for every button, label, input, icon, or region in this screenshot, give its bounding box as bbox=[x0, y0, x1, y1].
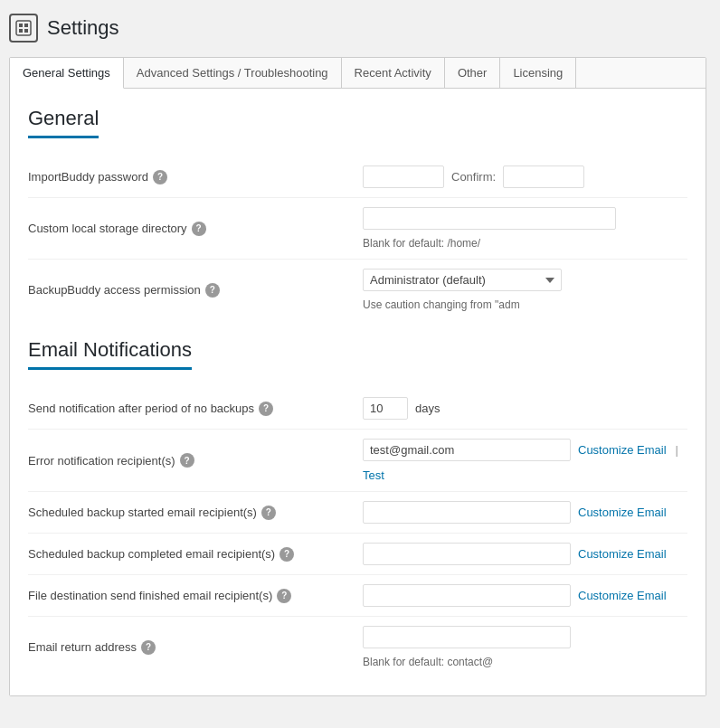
page-title-bar: Settings bbox=[9, 14, 706, 43]
scheduled-completed-label: Scheduled backup completed email recipie… bbox=[28, 547, 363, 562]
svg-rect-4 bbox=[24, 29, 28, 33]
tab-recent-activity[interactable]: Recent Activity bbox=[342, 58, 445, 88]
general-section: General ImportBuddy password ? Confirm: bbox=[28, 107, 687, 320]
scheduled-completed-row: Scheduled backup completed email recipie… bbox=[28, 534, 687, 575]
no-backup-period-row: Send notification after period of no bac… bbox=[28, 388, 687, 430]
no-backup-period-label: Send notification after period of no bac… bbox=[28, 402, 363, 416]
error-customize-email-link[interactable]: Customize Email bbox=[578, 443, 667, 457]
importbuddy-password-input[interactable] bbox=[363, 165, 444, 188]
scheduled-started-help-icon[interactable]: ? bbox=[261, 506, 276, 520]
error-recipient-help-icon[interactable]: ? bbox=[180, 453, 194, 468]
tab-general-settings[interactable]: General Settings bbox=[10, 58, 124, 89]
scheduled-started-customize-link[interactable]: Customize Email bbox=[578, 506, 667, 519]
svg-rect-0 bbox=[16, 21, 31, 35]
file-destination-value: Customize Email bbox=[363, 584, 687, 607]
page-title: Settings bbox=[47, 16, 119, 40]
scheduled-completed-help-icon[interactable]: ? bbox=[279, 547, 294, 562]
svg-rect-2 bbox=[24, 24, 28, 27]
section-gap bbox=[28, 320, 687, 338]
importbuddy-password-help-icon[interactable]: ? bbox=[153, 170, 167, 184]
confirm-label: Confirm: bbox=[451, 170, 496, 184]
importbuddy-password-row: ImportBuddy password ? Confirm: bbox=[28, 156, 687, 198]
no-backup-period-value: days bbox=[363, 397, 687, 420]
file-destination-help-icon[interactable]: ? bbox=[277, 589, 291, 603]
access-permission-hint: Use caution changing from "adm bbox=[363, 298, 520, 311]
scheduled-started-input[interactable] bbox=[363, 501, 571, 524]
access-permission-select[interactable]: Administrator (default) Editor Author Co… bbox=[363, 269, 562, 291]
no-backup-period-help-icon[interactable]: ? bbox=[259, 402, 273, 416]
no-backup-period-input[interactable] bbox=[363, 397, 408, 420]
access-permission-help-icon[interactable]: ? bbox=[205, 283, 220, 298]
scheduled-completed-customize-link[interactable]: Customize Email bbox=[578, 547, 667, 561]
scheduled-started-value: Customize Email bbox=[363, 501, 687, 524]
tabs-container: General Settings Advanced Settings / Tro… bbox=[9, 57, 706, 696]
scheduled-completed-value: Customize Email bbox=[363, 543, 687, 565]
file-destination-customize-link[interactable]: Customize Email bbox=[578, 589, 667, 602]
settings-icon bbox=[9, 14, 38, 43]
scheduled-started-row: Scheduled backup started email recipient… bbox=[28, 492, 687, 534]
importbuddy-password-value: Confirm: bbox=[363, 165, 687, 188]
email-return-address-row: Email return address ? Blank for default… bbox=[28, 617, 687, 677]
svg-rect-1 bbox=[19, 24, 23, 27]
tab-other[interactable]: Other bbox=[445, 58, 501, 88]
importbuddy-password-label: ImportBuddy password ? bbox=[28, 170, 363, 184]
email-section-title: Email Notifications bbox=[28, 338, 192, 370]
tab-content-general: General ImportBuddy password ? Confirm: bbox=[10, 89, 706, 695]
custom-storage-value: Blank for default: /home/ bbox=[363, 207, 687, 250]
file-destination-row: File destination send finished email rec… bbox=[28, 575, 687, 617]
scheduled-completed-input[interactable] bbox=[363, 543, 571, 565]
email-section: Email Notifications Send notification af… bbox=[28, 338, 687, 677]
custom-storage-label: Custom local storage directory ? bbox=[28, 222, 363, 236]
file-destination-input[interactable] bbox=[363, 584, 571, 607]
days-label: days bbox=[415, 402, 440, 415]
tab-advanced-settings[interactable]: Advanced Settings / Troubleshooting bbox=[124, 58, 342, 88]
custom-storage-row: Custom local storage directory ? Blank f… bbox=[28, 198, 687, 260]
error-recipient-row: Error notification recipient(s) ? Custom… bbox=[28, 430, 687, 492]
email-return-address-label: Email return address ? bbox=[28, 640, 363, 655]
error-recipient-label: Error notification recipient(s) ? bbox=[28, 453, 363, 468]
custom-storage-input[interactable] bbox=[363, 207, 616, 230]
file-destination-label: File destination send finished email rec… bbox=[28, 589, 363, 603]
general-section-title: General bbox=[28, 107, 99, 138]
access-permission-label: BackupBuddy access permission ? bbox=[28, 283, 363, 298]
email-return-address-input[interactable] bbox=[363, 626, 571, 648]
page-wrapper: Settings General Settings Advanced Setti… bbox=[0, 0, 720, 710]
email-return-address-value: Blank for default: contact@ bbox=[363, 626, 687, 668]
tab-licensing[interactable]: Licensing bbox=[500, 58, 576, 88]
email-return-address-help-icon[interactable]: ? bbox=[141, 640, 156, 655]
error-test-link[interactable]: Test bbox=[363, 468, 384, 482]
svg-rect-3 bbox=[19, 29, 23, 33]
custom-storage-hint: Blank for default: /home/ bbox=[363, 237, 480, 250]
custom-storage-help-icon[interactable]: ? bbox=[192, 222, 206, 236]
tabs-header: General Settings Advanced Settings / Tro… bbox=[10, 58, 706, 89]
error-recipient-value: Customize Email | Test bbox=[363, 439, 687, 482]
email-return-address-hint: Blank for default: contact@ bbox=[363, 656, 493, 668]
importbuddy-password-confirm-input[interactable] bbox=[503, 165, 584, 188]
access-permission-row: BackupBuddy access permission ? Administ… bbox=[28, 260, 687, 320]
error-recipient-input[interactable] bbox=[363, 439, 571, 461]
access-permission-value: Administrator (default) Editor Author Co… bbox=[363, 269, 687, 311]
scheduled-started-label: Scheduled backup started email recipient… bbox=[28, 506, 363, 520]
